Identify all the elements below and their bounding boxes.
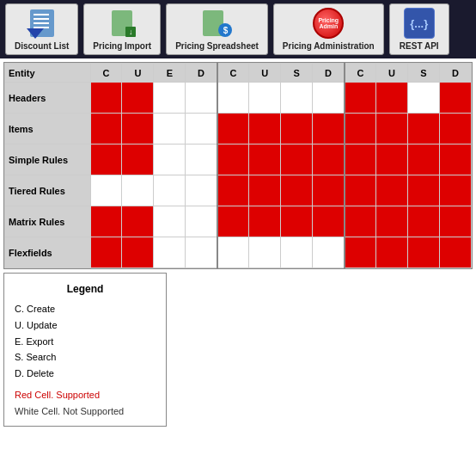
grid-cell bbox=[186, 83, 217, 114]
discount-icon bbox=[27, 8, 58, 39]
grid-cell bbox=[186, 206, 217, 237]
grid-cell bbox=[186, 237, 217, 268]
grid-cell bbox=[313, 144, 345, 175]
grid-cell bbox=[217, 144, 249, 175]
grid-cell bbox=[186, 114, 217, 144]
table-row: Headers bbox=[5, 83, 472, 114]
grid-cell bbox=[281, 83, 313, 114]
grid-cell bbox=[408, 144, 440, 175]
grid-cell bbox=[154, 237, 186, 268]
col-header-u2: U bbox=[249, 64, 281, 83]
grid-cell bbox=[122, 237, 154, 268]
entity-cell: Headers bbox=[5, 83, 91, 114]
col-header-c1: C bbox=[90, 64, 122, 83]
grid-cell bbox=[345, 144, 376, 175]
entity-cell: Items bbox=[5, 114, 91, 144]
grid-cell bbox=[90, 237, 122, 268]
grid-cell bbox=[249, 237, 281, 268]
pricing-import-button[interactable]: ↓ Pricing Import bbox=[83, 3, 161, 55]
legend-red-label: Red Cell. Supported bbox=[15, 387, 156, 403]
grid-cell bbox=[345, 206, 376, 237]
grid-cell bbox=[122, 83, 154, 114]
grid-cell bbox=[122, 175, 154, 206]
grid-cell bbox=[90, 114, 122, 144]
grid-cell bbox=[439, 175, 471, 206]
grid-cell bbox=[249, 114, 281, 144]
pricing-spreadsheet-label: Pricing Spreadsheet bbox=[175, 41, 259, 51]
col-header-s3: S bbox=[408, 64, 440, 83]
table-row: Tiered Rules bbox=[5, 175, 472, 206]
grid-cell bbox=[439, 237, 471, 268]
grid-cell bbox=[345, 237, 376, 268]
pricing-spreadsheet-button[interactable]: $ Pricing Spreadsheet bbox=[166, 3, 268, 55]
import-icon: ↓ bbox=[107, 8, 137, 39]
grid-cell bbox=[90, 83, 122, 114]
entity-cell: Tiered Rules bbox=[5, 175, 91, 206]
grid-cell bbox=[122, 144, 154, 175]
table-row: Items bbox=[5, 114, 472, 144]
discount-list-label: Discount List bbox=[15, 41, 69, 51]
grid-cell bbox=[313, 83, 345, 114]
grid-cell bbox=[439, 144, 471, 175]
discount-list-button[interactable]: Discount List bbox=[5, 3, 78, 55]
grid-cell bbox=[439, 83, 471, 114]
table-row: Flexfields bbox=[5, 237, 472, 268]
col-header-u3: U bbox=[376, 64, 408, 83]
grid-cell bbox=[217, 114, 249, 144]
grid-cell bbox=[345, 114, 376, 144]
col-header-s2: S bbox=[281, 64, 313, 83]
legend-c: C. Create bbox=[15, 301, 156, 317]
grid-cell bbox=[408, 83, 440, 114]
grid-cell bbox=[154, 114, 186, 144]
grid-cell bbox=[376, 237, 408, 268]
col-header-c2: C bbox=[217, 64, 249, 83]
grid-cell bbox=[90, 175, 122, 206]
grid-cell bbox=[376, 144, 408, 175]
grid-cell bbox=[122, 206, 154, 237]
legend-box: Legend C. Create U. Update E. Export S. … bbox=[3, 273, 167, 427]
col-header-e1: E bbox=[154, 64, 186, 83]
grid-cell bbox=[154, 144, 186, 175]
rest-api-button[interactable]: {...} REST API bbox=[389, 3, 449, 55]
legend-white-label: White Cell. Not Supported bbox=[15, 403, 156, 420]
legend-u: U. Update bbox=[15, 317, 156, 334]
grid-cell bbox=[345, 175, 376, 206]
grid-cell bbox=[376, 206, 408, 237]
grid-cell bbox=[186, 175, 217, 206]
col-header-d1: D bbox=[186, 64, 217, 83]
pricing-admin-button[interactable]: Pricing Admin Pricing Administration bbox=[273, 3, 384, 55]
grid-cell bbox=[249, 144, 281, 175]
entity-cell: Matrix Rules bbox=[5, 206, 91, 237]
grid-cell bbox=[217, 175, 249, 206]
pricing-import-label: Pricing Import bbox=[93, 41, 151, 51]
entity-cell: Flexfields bbox=[5, 237, 91, 268]
grid-cell bbox=[154, 175, 186, 206]
grid-cell bbox=[408, 237, 440, 268]
grid-cell bbox=[281, 144, 313, 175]
grid-cell bbox=[313, 175, 345, 206]
main-content: Entity C U E D C U S D C U S D HeadersIt… bbox=[3, 62, 473, 269]
grid-cell bbox=[281, 206, 313, 237]
pricing-admin-label: Pricing Administration bbox=[283, 41, 375, 51]
grid-cell bbox=[154, 83, 186, 114]
table-row: Simple Rules bbox=[5, 144, 472, 175]
grid-cell bbox=[376, 175, 408, 206]
col-header-u1: U bbox=[122, 64, 154, 83]
grid-cell bbox=[249, 206, 281, 237]
col-header-c3: C bbox=[345, 64, 376, 83]
toolbar: Discount List ↓ Pricing Import $ Pricing… bbox=[0, 0, 476, 58]
entity-column-header: Entity bbox=[5, 64, 91, 83]
grid-cell bbox=[217, 206, 249, 237]
grid-cell bbox=[249, 175, 281, 206]
grid-cell bbox=[408, 114, 440, 144]
grid-cell bbox=[281, 237, 313, 268]
grid-cell bbox=[217, 237, 249, 268]
grid-cell bbox=[249, 83, 281, 114]
grid-cell bbox=[345, 83, 376, 114]
admin-icon: Pricing Admin bbox=[313, 8, 344, 39]
grid-cell bbox=[217, 83, 249, 114]
legend-d: D. Delete bbox=[15, 366, 156, 382]
grid-cell bbox=[313, 206, 345, 237]
grid-cell bbox=[376, 83, 408, 114]
grid-cell bbox=[408, 206, 440, 237]
